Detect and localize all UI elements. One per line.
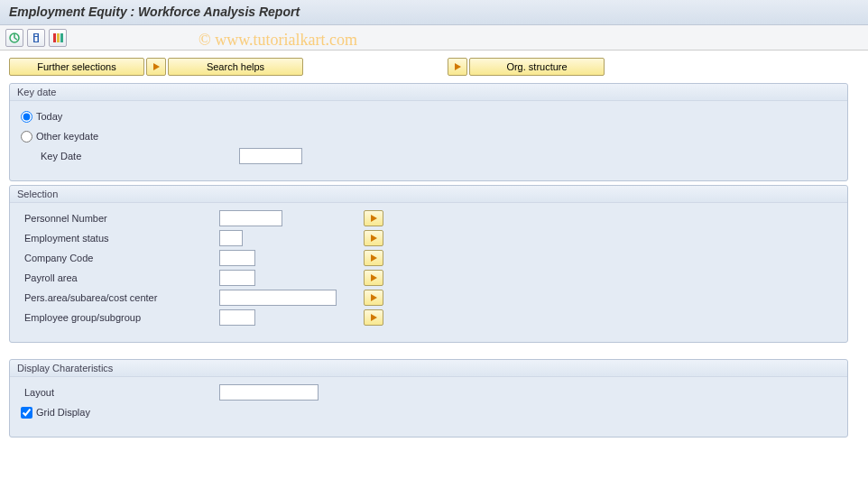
org-structure-arrow-icon[interactable] <box>448 58 467 76</box>
svg-rect-7 <box>57 33 60 42</box>
input-employee-group[interactable] <box>219 309 255 326</box>
application-toolbar <box>0 25 868 51</box>
label-personnel-number: Personnel Number <box>21 213 219 224</box>
label-company-code: Company Code <box>21 253 219 263</box>
search-helps-arrow-icon[interactable] <box>146 58 166 76</box>
further-selections-button[interactable]: Further selections <box>9 58 144 76</box>
checkbox-grid-display-label: Grid Display <box>36 407 90 418</box>
input-pers-area[interactable] <box>219 290 337 306</box>
group-selection: Selection Personnel Number Employment st… <box>9 185 848 343</box>
input-keydate[interactable] <box>239 148 302 164</box>
multi-select-employee-group[interactable] <box>364 309 383 326</box>
svg-rect-6 <box>53 33 56 42</box>
checkbox-grid-display[interactable] <box>21 407 32 419</box>
execute-icon[interactable] <box>5 29 23 47</box>
search-helps-button[interactable]: Search helps <box>168 58 303 76</box>
radio-other-keydate-label: Other keydate <box>36 131 98 142</box>
input-payroll-area[interactable] <box>219 270 255 286</box>
label-pers-area: Pers.area/subarea/cost center <box>21 292 219 303</box>
input-personnel-number[interactable] <box>219 210 282 226</box>
multi-select-payroll-area[interactable] <box>364 270 383 286</box>
multi-select-personnel-number[interactable] <box>364 210 383 226</box>
label-layout: Layout <box>21 387 219 398</box>
svg-line-2 <box>14 38 17 40</box>
svg-rect-5 <box>35 37 38 41</box>
input-company-code[interactable] <box>219 250 255 266</box>
group-selection-title: Selection <box>10 186 847 203</box>
radio-other-keydate[interactable] <box>21 131 32 143</box>
label-payroll-area: Payroll area <box>21 272 219 283</box>
variant-icon[interactable] <box>49 29 67 47</box>
org-structure-button[interactable]: Org. structure <box>469 58 605 76</box>
input-employment-status[interactable] <box>219 230 243 246</box>
page-title: Employment Equity : Workforce Analysis R… <box>0 0 868 25</box>
group-display: Display Charateristics Layout Grid Displ… <box>9 359 848 438</box>
multi-select-employment-status[interactable] <box>364 230 383 246</box>
group-keydate: Key date Today Other keydate Key Date <box>9 83 848 181</box>
info-icon[interactable] <box>27 29 45 47</box>
multi-select-company-code[interactable] <box>364 250 383 266</box>
group-display-title: Display Charateristics <box>10 360 847 377</box>
radio-today[interactable] <box>21 111 32 123</box>
label-keydate: Key Date <box>21 151 239 161</box>
group-keydate-title: Key date <box>10 84 847 101</box>
label-employment-status: Employment status <box>21 233 219 244</box>
svg-rect-8 <box>60 33 63 42</box>
input-layout[interactable] <box>219 384 319 401</box>
radio-today-label: Today <box>36 111 62 122</box>
selection-button-row: Further selections Search helps Org. str… <box>0 51 868 79</box>
svg-rect-4 <box>35 34 38 36</box>
label-employee-group: Employee group/subgroup <box>21 312 219 323</box>
multi-select-pers-area[interactable] <box>364 290 383 306</box>
